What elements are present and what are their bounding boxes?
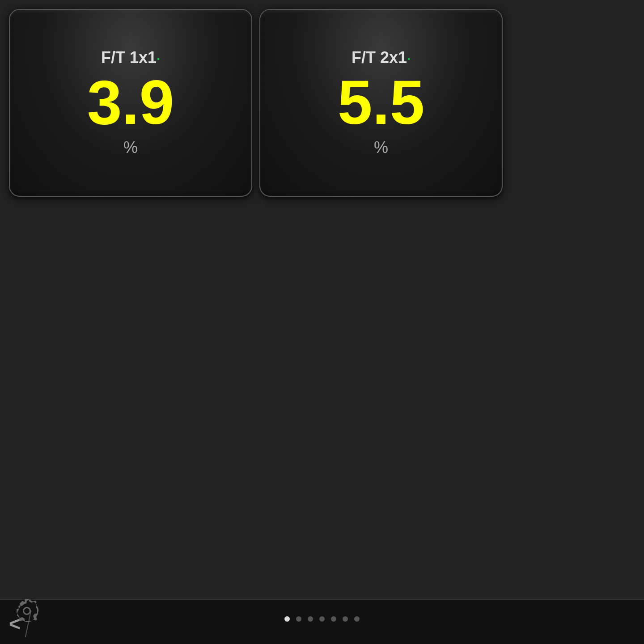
- page-dot-1[interactable]: [284, 616, 290, 622]
- gauge-ft2x1: F/T 2x1· 5.5 %: [259, 9, 503, 197]
- page-dot-2[interactable]: [296, 616, 301, 622]
- gauge-ft2x1-title: F/T 2x1·: [352, 49, 411, 67]
- page-dot-4[interactable]: [319, 616, 325, 622]
- gauge-ft2x1-unit: %: [374, 138, 388, 157]
- gauge-ft1x1-value: 3.9: [87, 71, 174, 134]
- bottom-navigation: <: [0, 599, 644, 644]
- gauge-ft1x1: F/T 1x1· 3.9 %: [9, 9, 252, 197]
- page-dot-6[interactable]: [343, 616, 348, 622]
- gauge-ft2x1-value: 5.5: [338, 71, 425, 134]
- gear-icon: [13, 597, 40, 624]
- ft2x1-dot: ·: [407, 52, 411, 66]
- page-indicator: [284, 616, 360, 622]
- page-dot-7[interactable]: [354, 616, 360, 622]
- page-dot-5[interactable]: [331, 616, 336, 622]
- page-dot-3[interactable]: [308, 616, 313, 622]
- settings-button[interactable]: [13, 597, 40, 626]
- ft1x1-dot: ·: [157, 52, 160, 66]
- gauge-ft1x1-unit: %: [123, 138, 138, 157]
- gauge-ft1x1-title: F/T 1x1·: [101, 49, 160, 67]
